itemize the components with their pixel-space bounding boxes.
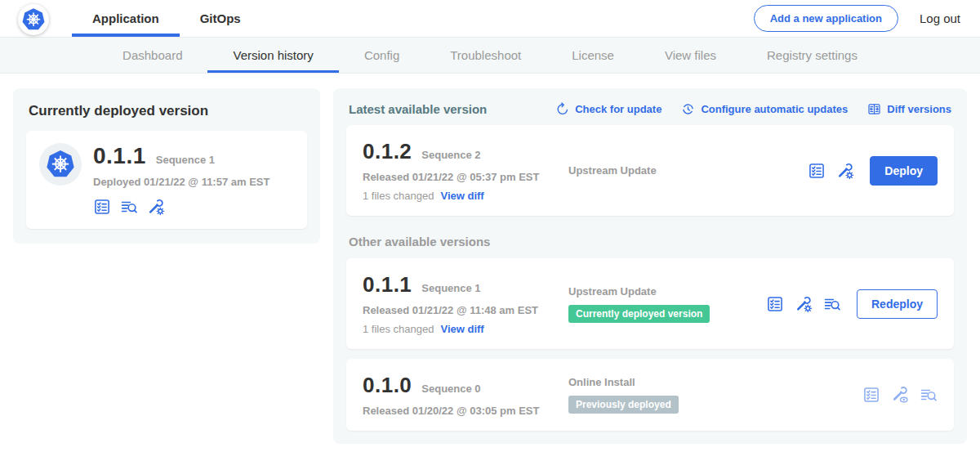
- other-versions-title: Other available versions: [349, 235, 951, 248]
- version-status: Upstream Update Currently deployed versi…: [568, 285, 766, 323]
- version-info: 0.1.2 Sequence 2 Released 01/21/22 @ 05:…: [363, 139, 568, 202]
- sequence-label: Sequence 0: [421, 383, 480, 395]
- subnav-tab-license[interactable]: License: [546, 38, 639, 73]
- released-timestamp: Released 01/20/22 @ 03:05 pm EST: [363, 405, 568, 417]
- auto-update-icon: [681, 102, 695, 116]
- deployed-sequence-label: Sequence 1: [156, 154, 215, 166]
- subnav-tab-view-files-label: View files: [665, 48, 716, 62]
- card-actions: [862, 386, 938, 404]
- card-actions: Deploy: [808, 156, 938, 186]
- version-card-0-1-2: 0.1.2 Sequence 2 Released 01/21/22 @ 05:…: [346, 125, 954, 216]
- view-logs-icon[interactable]: [920, 386, 938, 404]
- tab-application-label: Application: [92, 11, 159, 25]
- check-for-update-label: Check for update: [575, 103, 662, 115]
- preflight-checks-icon[interactable]: [766, 295, 784, 313]
- deployed-version-info: 0.1.1 Sequence 1 Deployed 01/21/22 @ 11:…: [93, 143, 270, 216]
- version-info: 0.1.0 Sequence 0 Released 01/20/22 @ 03:…: [363, 373, 568, 417]
- kubernetes-logo-icon: [18, 4, 49, 35]
- version-card-0-1-0: 0.1.0 Sequence 0 Released 01/20/22 @ 03:…: [346, 359, 954, 431]
- subnav-tab-registry-settings-label: Registry settings: [767, 48, 858, 62]
- configure-automatic-updates-link[interactable]: Configure automatic updates: [681, 102, 848, 116]
- refresh-icon: [555, 102, 569, 116]
- card-actions: Redeploy: [766, 289, 938, 319]
- preflight-checks-icon[interactable]: [808, 162, 826, 180]
- subnav-tab-troubleshoot[interactable]: Troubleshoot: [425, 38, 546, 73]
- diff-versions-link[interactable]: Diff versions: [867, 102, 951, 116]
- version-actions: Check for update Configure automatic upd…: [555, 102, 951, 116]
- currently-deployed-card: 0.1.1 Sequence 1 Deployed 01/21/22 @ 11:…: [26, 131, 307, 229]
- deployed-actions: [93, 198, 270, 216]
- view-diff-link[interactable]: View diff: [440, 323, 483, 335]
- version-number: 0.1.1: [363, 272, 412, 298]
- currently-deployed-title: Currently deployed version: [29, 103, 305, 119]
- sequence-label: Sequence 2: [421, 149, 480, 161]
- configure-automatic-updates-label: Configure automatic updates: [701, 103, 848, 115]
- source-label: Upstream Update: [568, 164, 808, 177]
- subnav-tab-view-files[interactable]: View files: [639, 38, 742, 73]
- preflight-checks-icon[interactable]: [93, 198, 111, 216]
- subnav-tab-dashboard[interactable]: Dashboard: [97, 38, 207, 73]
- deploy-button[interactable]: Deploy: [870, 156, 938, 186]
- view-diff-link[interactable]: View diff: [440, 190, 483, 202]
- tab-gitops[interactable]: GitOps: [180, 0, 261, 37]
- version-number: 0.1.2: [363, 139, 412, 164]
- version-status: Upstream Update: [568, 164, 808, 177]
- version-status: Online Install Previously deployed: [568, 376, 862, 414]
- source-label: Online Install: [568, 376, 862, 388]
- tab-gitops-label: GitOps: [200, 11, 241, 25]
- subnav-tab-version-history-label: Version history: [233, 48, 313, 62]
- released-timestamp: Released 01/21/22 @ 11:48 am EST: [363, 304, 568, 316]
- tab-application[interactable]: Application: [72, 0, 180, 37]
- view-logs-icon[interactable]: [823, 295, 841, 313]
- add-application-button[interactable]: Add a new application: [754, 5, 898, 32]
- app-header: Application GitOps Add a new application…: [0, 0, 980, 38]
- header-tabs: Application GitOps: [72, 0, 261, 37]
- app-subnav: Dashboard Version history Config Trouble…: [0, 38, 980, 74]
- diff-versions-label: Diff versions: [887, 103, 951, 115]
- subnav-tab-registry-settings[interactable]: Registry settings: [742, 38, 883, 73]
- subnav-tab-config[interactable]: Config: [339, 38, 425, 73]
- subnav-tab-troubleshoot-label: Troubleshoot: [450, 48, 521, 62]
- preflight-checks-icon[interactable]: [862, 386, 880, 404]
- deployed-version-number: 0.1.1: [93, 143, 146, 169]
- check-for-update-link[interactable]: Check for update: [555, 102, 662, 116]
- currently-deployed-badge: Currently deployed version: [568, 305, 710, 323]
- latest-version-header: Latest available version Check for updat…: [349, 102, 951, 116]
- logout-button[interactable]: Log out: [920, 11, 960, 25]
- currently-deployed-panel: Currently deployed version 0.1.1 Sequenc…: [13, 88, 320, 244]
- subnav-tab-config-label: Config: [364, 48, 399, 62]
- subnav-tab-version-history[interactable]: Version history: [207, 38, 338, 73]
- version-info: 0.1.1 Sequence 1 Released 01/21/22 @ 11:…: [363, 272, 568, 335]
- previously-deployed-badge: Previously deployed: [568, 396, 679, 414]
- subnav-tab-license-label: License: [572, 48, 614, 62]
- version-number: 0.1.0: [363, 373, 412, 398]
- latest-version-title: Latest available version: [349, 102, 487, 116]
- files-changed-label: 1 files changed: [363, 323, 434, 335]
- subnav-tab-dashboard-label: Dashboard: [122, 48, 182, 62]
- deployed-timestamp: Deployed 01/21/22 @ 11:57 am EST: [93, 176, 270, 188]
- edit-config-icon[interactable]: [795, 295, 813, 313]
- source-label: Upstream Update: [568, 285, 766, 298]
- sequence-label: Sequence 1: [421, 282, 480, 294]
- edit-config-icon[interactable]: [836, 162, 854, 180]
- view-config-icon[interactable]: [891, 386, 909, 404]
- redeploy-button[interactable]: Redeploy: [857, 289, 938, 319]
- diff-icon: [867, 102, 881, 116]
- main-content: Currently deployed version 0.1.1 Sequenc…: [0, 74, 980, 459]
- released-timestamp: Released 01/21/22 @ 05:37 pm EST: [363, 171, 568, 183]
- view-logs-icon[interactable]: [120, 198, 138, 216]
- edit-config-icon[interactable]: [147, 198, 165, 216]
- version-history-panel: Latest available version Check for updat…: [333, 88, 967, 444]
- version-card-0-1-1: 0.1.1 Sequence 1 Released 01/21/22 @ 11:…: [346, 258, 954, 349]
- app-kubernetes-logo-icon: [39, 143, 82, 186]
- files-changed-label: 1 files changed: [363, 190, 434, 202]
